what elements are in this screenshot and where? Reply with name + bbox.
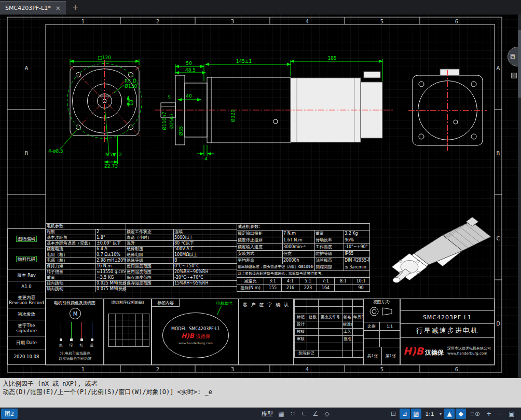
dim-label: 40 [186, 93, 192, 99]
table-cell: ±0.09° 以下 [96, 241, 126, 247]
wire-terminal [60, 338, 62, 341]
wire-green [71, 322, 72, 338]
status-right-group: ⊕ + − ▣ [472, 408, 517, 420]
tab-title: SMC4203PF-L1* [5, 5, 51, 11]
table-cell: 使用湿度范围 [126, 269, 174, 275]
tab-close-icon[interactable]: × [56, 5, 61, 12]
table-cell: B [174, 258, 237, 264]
label-content-box: 标签内容 电机型号 MODEL: SMC4203PF-L1 H)B 汉德保 ww… [152, 299, 239, 365]
grid-col-label: 2 [156, 19, 159, 24]
dim-label: 145±1 [236, 59, 252, 64]
table-cell: IP65 [344, 251, 370, 258]
sheet-number: 第1张 [382, 354, 400, 359]
view-cube-west-face[interactable]: 西 [508, 47, 518, 66]
wire-terminal [91, 338, 93, 341]
table-row: 轴向跳动0.075 MM(负载920g) [46, 287, 237, 292]
grid-col-label: 3 [231, 367, 234, 372]
table-cell: DIN 42955-R [344, 258, 370, 264]
table-cell: 防护等级 [315, 251, 344, 258]
table-cell [342, 350, 353, 358]
table-cell: 额定输入速度 [237, 244, 283, 251]
object-snap-icon[interactable]: ⊡ [388, 409, 399, 419]
table-cell [295, 307, 307, 314]
status-badge[interactable]: 图2 [1, 409, 18, 419]
sheet-count-row: 共1张 第1张 [364, 347, 400, 364]
view-cube-corner[interactable] [511, 73, 517, 78]
wire-label: 红 [78, 343, 85, 348]
table-cell [126, 224, 237, 229]
table-cell [295, 300, 307, 307]
wire-black [61, 322, 61, 338]
isometric-draft-icon[interactable]: ◇ [322, 409, 332, 419]
wire-terminal [70, 338, 73, 341]
command-prompt-line[interactable]: 动态(D)/范围(E)/上一个(P)/比例(S)/窗口(W)/对象(O)] <实… [3, 388, 518, 396]
command-line-panel[interactable]: 入比例因子 (nX 或 nXP), 或者 动态(D)/范围(E)/上一个(P)/… [0, 378, 521, 408]
chevron-down-icon[interactable]: ▾ [438, 409, 443, 419]
table-cell: 1.8° [96, 235, 126, 241]
table-row: 转子惯量≈13550 g.cm²使用湿度范围20%RH~90%RH [46, 269, 237, 275]
table-cell: 温升 [126, 241, 174, 247]
table-cell: 8:1 [335, 278, 352, 285]
status-middle-group: ⊡ ⊿ ▨ 1:1 ▾ ▲ ◆ ≡ [388, 408, 477, 420]
table-cell [319, 307, 342, 314]
grid-col-label: 2 [156, 367, 159, 372]
table-cell: 标记 [295, 314, 307, 321]
dim-label: 4 [204, 156, 208, 161]
sidebar-cell: 物料代码 [8, 249, 45, 269]
scrollbar-thumb[interactable] [518, 30, 521, 98]
view-cube[interactable]: 西 [508, 47, 518, 67]
nameplate-logo-row: H)B 汉德保 [181, 332, 210, 340]
polar-tracking-icon[interactable]: ∠ [310, 409, 321, 419]
table-cell: 减速比 [237, 278, 264, 285]
change-record-table: 标记处数更改文件号签名年月日设计标准化校核工艺审核批准阶段标记 [294, 299, 363, 365]
table-cell [307, 300, 319, 307]
grid-col-label: 5 [380, 19, 383, 24]
table-cell: ≈3.5 KG [96, 275, 126, 281]
grid-icon[interactable]: ▦ [276, 409, 286, 419]
zoom-in-icon[interactable]: + [484, 409, 494, 419]
status-left-group: 模型 ▦ ∷ ∟ ∠ ◇ [259, 408, 332, 420]
table-cell: 90 [352, 285, 370, 292]
table-cell: 80 ℃以下 [174, 241, 237, 247]
dim-label: 185 [327, 56, 336, 61]
annotation-scale-button[interactable]: 1:1 [422, 409, 437, 419]
grid-row-label: B [25, 151, 29, 156]
table-cell: 0.025 MM(负载450g) [96, 281, 126, 287]
table-cell [295, 343, 307, 350]
wiring-note: 注:电机引出线颜色 [46, 351, 104, 356]
vertical-scrollbar[interactable] [518, 15, 521, 378]
zoom-out-icon[interactable]: − [495, 409, 505, 419]
table-cell: 10:1 [352, 278, 370, 285]
dim-label: Ø110h7 [162, 112, 167, 130]
view-method-label: 视图方式: [373, 300, 390, 305]
annotation-autoscale-icon[interactable]: ◆ [456, 409, 466, 419]
snap-icon[interactable]: ∷ [287, 409, 298, 419]
fullscreen-icon[interactable]: ▣ [506, 409, 517, 419]
table-cell: 基本步距角误差（空载） [46, 241, 96, 247]
selection-cycling-icon[interactable]: ▨ [411, 409, 421, 419]
entity-snap-icon[interactable]: ⊿ [400, 409, 410, 419]
new-tab-button[interactable]: + [66, 3, 85, 12]
brand-row: H)B 汉德保 深圳市汉德保电机有限公司 www.handerburg.com [401, 338, 494, 364]
table-cell: 标准化 [342, 321, 353, 329]
ortho-icon[interactable]: ∟ [299, 409, 309, 419]
table-cell: 以上参数适合标准型号减速机，非标型号请另行参考。 [237, 271, 370, 278]
drawing-canvas[interactable]: 1 2 3 4 5 6 1 2 3 4 5 6 A B A B C D [0, 15, 521, 378]
table-cell: 使用温度范围 [126, 264, 174, 269]
table-row: 阶段标记 [295, 350, 364, 358]
table-row [295, 343, 364, 350]
dim-label: 48.5 [185, 67, 196, 73]
table-row: 平均寿命20000h法兰规范DIN 42955-R [237, 258, 370, 264]
table-cell: 15%RH~95%RH [174, 281, 237, 287]
document-tab-bar: SMC4203PF-L1* × + [0, 0, 521, 15]
table-cell: 绝缘等级 [126, 258, 174, 264]
version-label: 版本 Rev [8, 269, 45, 281]
table-cell: 工作温度 [315, 244, 344, 251]
document-tab[interactable]: SMC4203PF-L1* × [0, 1, 66, 15]
table-cell: 3000min⁻¹ [283, 244, 315, 251]
zoom-icon[interactable]: ⊕ [472, 409, 483, 419]
table-row [295, 300, 364, 307]
model-space-button[interactable]: 模型 [259, 409, 275, 419]
table-cell: 更改文件号 [319, 314, 342, 321]
annotation-visibility-icon[interactable]: ▲ [444, 409, 455, 419]
